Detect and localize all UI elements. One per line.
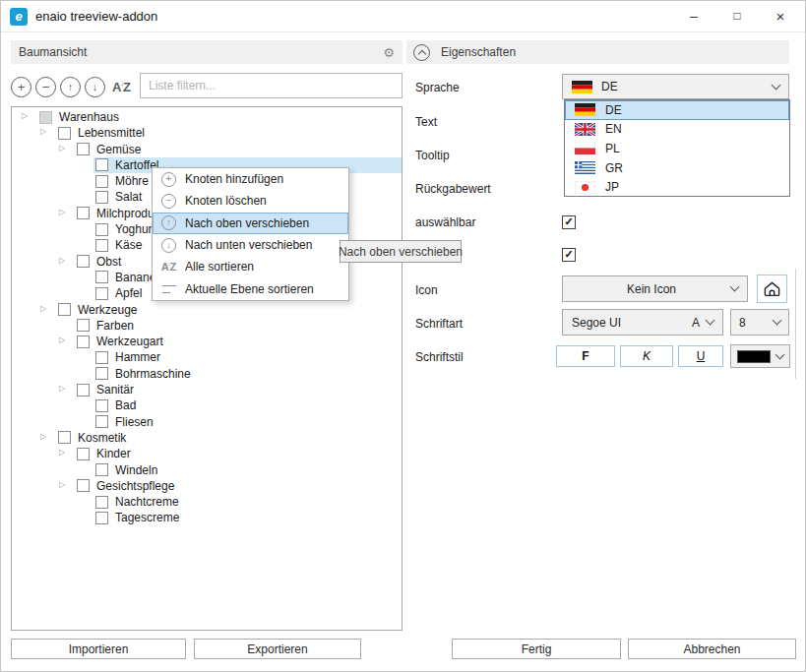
tree-checkbox-unchecked[interactable] <box>95 239 108 252</box>
italic-button[interactable]: K <box>620 345 673 367</box>
lang-option-jp[interactable]: JP <box>565 177 789 197</box>
tree-checkbox-unchecked[interactable] <box>95 271 108 283</box>
tree-item-label: Werkzeugart <box>96 335 163 348</box>
tree-checkbox-unchecked[interactable] <box>95 496 108 509</box>
sort-az-icon[interactable]: A↓Z <box>112 80 131 94</box>
tree-checkbox-unchecked[interactable] <box>77 255 90 268</box>
font-size-dropdown[interactable]: 8 <box>730 309 789 336</box>
tree-item-label: Warenhaus <box>59 110 119 124</box>
menu-item-nach-oben-verschieben[interactable]: ↑Nach oben verschieben <box>153 213 348 234</box>
tree-item-fliesen[interactable]: Fliesen <box>12 414 402 430</box>
tree-checkbox-unchecked[interactable] <box>95 158 108 171</box>
tree-item-kosmetik[interactable]: ▷Kosmetik <box>12 430 402 446</box>
tree-checkbox-unchecked[interactable] <box>77 207 90 219</box>
tree-item-label: Yoghurt <box>115 222 155 236</box>
menu-item-alle-sortieren[interactable]: A↓ZAlle sortieren <box>153 256 348 277</box>
font-color-dropdown[interactable] <box>730 344 790 368</box>
close-button[interactable]: × <box>763 1 798 31</box>
expander-icon[interactable]: ▷ <box>40 305 46 313</box>
icon-dropdown[interactable]: Kein Icon <box>562 275 748 302</box>
add-node-button[interactable]: + <box>11 77 31 97</box>
tree-checkbox-unchecked[interactable] <box>95 287 108 300</box>
font-dropdown[interactable]: Segoe UI A <box>562 309 723 336</box>
cancel-button[interactable]: Abbrechen <box>628 639 796 659</box>
collapse-icon[interactable] <box>413 44 430 61</box>
tree-item-warenhaus[interactable]: ▷Warenhaus <box>12 109 402 125</box>
tree-checkbox-unchecked[interactable] <box>77 336 90 348</box>
expander-icon[interactable]: ▷ <box>22 112 28 120</box>
move-up-button[interactable]: ↑ <box>60 77 81 97</box>
auswaehlbar-checkbox[interactable]: ✓ <box>562 215 576 229</box>
menu-item-knoten-hinzuf-gen[interactable]: +Knoten hinzufügen <box>153 168 348 190</box>
export-button[interactable]: Exportieren <box>194 639 361 659</box>
tree-checkbox-unchecked[interactable] <box>95 367 108 380</box>
tree-checkbox-unchecked[interactable] <box>58 431 71 444</box>
tree-checkbox-unchecked[interactable] <box>95 415 108 428</box>
expander-icon[interactable]: ▷ <box>59 209 65 216</box>
tree-item-label: Banane <box>115 271 155 284</box>
tree-item-werkzeugart[interactable]: ▷Werkzeugart <box>12 334 402 349</box>
tree-checkbox-unchecked[interactable] <box>58 303 71 316</box>
minimize-button[interactable]: – <box>676 1 712 31</box>
expander-icon[interactable]: ▷ <box>59 385 65 393</box>
tree-item-gesichtspflege[interactable]: ▷Gesichtspflege <box>12 478 402 494</box>
expander-icon[interactable]: ▷ <box>59 449 65 457</box>
tree-item-farben[interactable]: Farben <box>12 318 402 334</box>
tree-checkbox-unchecked[interactable] <box>95 399 108 412</box>
gear-icon[interactable]: ⚙ <box>383 46 395 59</box>
tree-item-windeln[interactable]: Windeln <box>12 462 402 478</box>
import-button[interactable]: Importieren <box>11 639 186 659</box>
app-window: e enaio treeview-addon – □ × Baumansicht… <box>0 0 806 672</box>
tree-checkbox-unchecked[interactable] <box>77 479 90 492</box>
done-button[interactable]: Fertig <box>452 639 621 659</box>
filter-input[interactable] <box>140 73 403 98</box>
lang-option-en[interactable]: EN <box>565 120 789 140</box>
maximize-button[interactable]: □ <box>719 1 755 31</box>
tree-item-label: Fliesen <box>115 415 154 429</box>
scrollbar-track <box>795 269 796 379</box>
expander-icon[interactable]: ▷ <box>59 336 65 344</box>
tree-checkbox-unchecked[interactable] <box>95 512 108 524</box>
tree-item-bohrmaschine[interactable]: Bohrmaschine <box>12 366 402 382</box>
underline-button[interactable]: U <box>678 345 723 367</box>
sprache-dropdown[interactable]: DE <box>562 74 789 99</box>
tree-checkbox-unchecked[interactable] <box>77 143 90 155</box>
expander-icon[interactable]: ▷ <box>40 433 46 441</box>
bold-button[interactable]: F <box>556 345 615 367</box>
tree-item-label: Käse <box>115 238 142 252</box>
tree-item-bad[interactable]: Bad <box>12 397 402 413</box>
tree-checkbox-unchecked[interactable] <box>95 191 108 204</box>
tree-item-kinder[interactable]: ▷Kinder <box>12 446 402 461</box>
tree-item-tagescreme[interactable]: Tagescreme <box>12 510 402 525</box>
expander-icon[interactable]: ▷ <box>59 481 65 489</box>
tree-checkbox-unchecked[interactable] <box>95 351 108 364</box>
tree-checkbox-unchecked[interactable] <box>77 448 90 460</box>
lang-option-de[interactable]: DE <box>565 100 789 120</box>
expander-icon[interactable]: ▷ <box>59 257 65 265</box>
tree-checkbox-unchecked[interactable] <box>95 463 108 476</box>
tree-item-gem-se[interactable]: ▷Gemüse <box>12 142 402 157</box>
expander-icon[interactable]: ▷ <box>40 128 46 136</box>
tree-item-nachtcreme[interactable]: Nachtcreme <box>12 494 402 510</box>
menu-item-aktuelle-ebene-sortieren[interactable]: Aktuelle Ebene sortieren <box>153 277 348 299</box>
tree-item-lebensmittel[interactable]: ▷Lebensmittel <box>12 125 402 141</box>
tree-checkbox-unchecked[interactable] <box>77 384 90 397</box>
tree-checkbox-unchecked[interactable] <box>95 175 108 188</box>
tree-checkbox-indeterminate[interactable] <box>39 111 52 124</box>
tree-item-label: Gesichtspflege <box>96 479 174 493</box>
home-icon-button[interactable] <box>757 275 787 303</box>
menu-item-nach-unten-verschieben[interactable]: ↓Nach unten verschieben <box>153 234 348 256</box>
tree-item-hammer[interactable]: Hammer <box>12 349 402 365</box>
lang-option-pl[interactable]: PL <box>565 139 789 158</box>
move-down-button[interactable]: ↓ <box>85 77 105 97</box>
tree-checkbox-unchecked[interactable] <box>95 223 108 236</box>
tree-checkbox-unchecked[interactable] <box>58 127 71 140</box>
remove-node-button[interactable]: − <box>35 77 56 97</box>
menu-item-knoten-l-schen[interactable]: −Knoten löschen <box>153 190 348 212</box>
second-checkbox[interactable]: ✓ <box>562 248 576 262</box>
expander-icon[interactable]: ▷ <box>59 145 65 153</box>
tree-item-sanit-r[interactable]: ▷Sanitär <box>12 382 402 397</box>
tree-checkbox-unchecked[interactable] <box>77 319 90 332</box>
lang-option-gr[interactable]: GR <box>565 158 789 178</box>
tree-item-werkzeuge[interactable]: ▷Werkzeuge <box>12 302 402 318</box>
